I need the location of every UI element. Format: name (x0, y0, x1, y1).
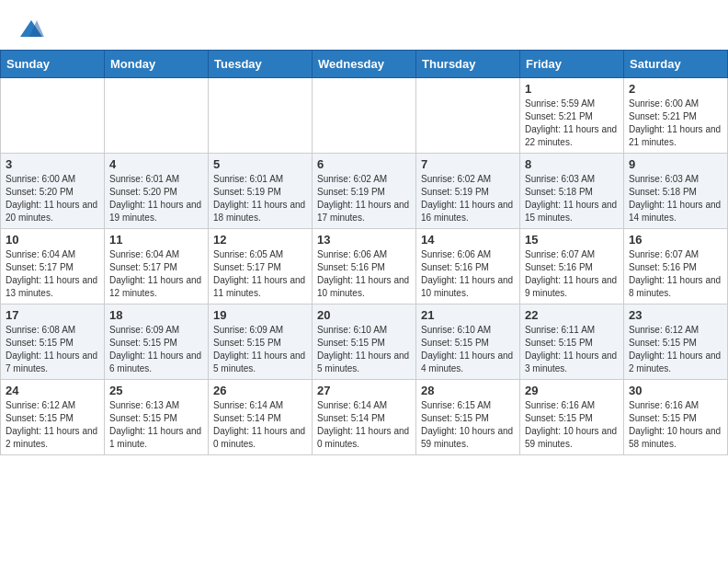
day-number: 2 (629, 82, 722, 96)
calendar-day-cell: 23Sunrise: 6:12 AMSunset: 5:15 PMDayligh… (624, 304, 728, 380)
calendar-week-row: 1Sunrise: 5:59 AMSunset: 5:21 PMDaylight… (1, 78, 728, 154)
day-number: 12 (213, 233, 307, 247)
calendar-week-row: 10Sunrise: 6:04 AMSunset: 5:17 PMDayligh… (1, 229, 728, 304)
day-number: 4 (109, 157, 203, 171)
calendar-day-cell: 20Sunrise: 6:10 AMSunset: 5:15 PMDayligh… (313, 304, 416, 380)
calendar-day-cell: 9Sunrise: 6:03 AMSunset: 5:18 PMDaylight… (624, 154, 728, 229)
calendar-week-row: 24Sunrise: 6:12 AMSunset: 5:15 PMDayligh… (1, 380, 728, 455)
calendar-day-cell: 21Sunrise: 6:10 AMSunset: 5:15 PMDayligh… (416, 304, 520, 380)
day-info: Sunrise: 6:02 AMSunset: 5:19 PMDaylight:… (317, 173, 411, 224)
calendar-day-cell: 8Sunrise: 6:03 AMSunset: 5:18 PMDaylight… (520, 154, 624, 229)
day-of-week-header: Thursday (416, 51, 520, 78)
calendar-day-cell: 4Sunrise: 6:01 AMSunset: 5:20 PMDaylight… (105, 154, 209, 229)
day-of-week-header: Friday (520, 51, 624, 78)
day-number: 27 (317, 384, 411, 397)
calendar-day-cell: 26Sunrise: 6:14 AMSunset: 5:14 PMDayligh… (209, 380, 313, 455)
calendar-day-cell: 5Sunrise: 6:01 AMSunset: 5:19 PMDaylight… (209, 154, 313, 229)
day-of-week-header: Tuesday (209, 51, 313, 78)
calendar-table: SundayMondayTuesdayWednesdayThursdayFrid… (0, 50, 728, 455)
calendar-day-cell: 13Sunrise: 6:06 AMSunset: 5:16 PMDayligh… (313, 229, 416, 304)
calendar-day-cell: 3Sunrise: 6:00 AMSunset: 5:20 PMDaylight… (1, 154, 105, 229)
logo-icon (18, 17, 44, 42)
day-number: 7 (421, 157, 515, 171)
day-of-week-header: Sunday (1, 51, 105, 78)
calendar-day-cell (209, 78, 313, 154)
day-number: 3 (6, 157, 99, 171)
day-info: Sunrise: 6:06 AMSunset: 5:16 PMDaylight:… (421, 248, 515, 300)
calendar-day-cell (1, 78, 105, 154)
logo (18, 17, 48, 42)
day-of-week-header: Monday (105, 51, 209, 78)
day-info: Sunrise: 6:01 AMSunset: 5:20 PMDaylight:… (109, 173, 203, 224)
day-number: 5 (213, 157, 307, 171)
day-info: Sunrise: 6:09 AMSunset: 5:15 PMDaylight:… (213, 324, 307, 375)
day-number: 15 (525, 233, 619, 247)
day-number: 8 (525, 157, 619, 171)
calendar-day-cell (105, 78, 209, 154)
day-of-week-header: Wednesday (313, 51, 416, 78)
calendar-day-cell: 10Sunrise: 6:04 AMSunset: 5:17 PMDayligh… (1, 229, 105, 304)
day-info: Sunrise: 6:11 AMSunset: 5:15 PMDaylight:… (525, 324, 619, 375)
day-info: Sunrise: 6:10 AMSunset: 5:15 PMDaylight:… (317, 324, 411, 375)
day-info: Sunrise: 6:03 AMSunset: 5:18 PMDaylight:… (629, 173, 722, 224)
calendar-day-cell: 19Sunrise: 6:09 AMSunset: 5:15 PMDayligh… (209, 304, 313, 380)
day-info: Sunrise: 6:07 AMSunset: 5:16 PMDaylight:… (525, 248, 619, 300)
day-number: 22 (525, 308, 619, 322)
calendar-day-cell: 24Sunrise: 6:12 AMSunset: 5:15 PMDayligh… (1, 380, 105, 455)
calendar-week-row: 3Sunrise: 6:00 AMSunset: 5:20 PMDaylight… (1, 154, 728, 229)
day-number: 16 (629, 233, 722, 247)
day-info: Sunrise: 6:00 AMSunset: 5:20 PMDaylight:… (6, 173, 99, 224)
page-header (0, 0, 728, 50)
day-info: Sunrise: 6:09 AMSunset: 5:15 PMDaylight:… (109, 324, 203, 375)
day-number: 9 (629, 157, 722, 171)
day-info: Sunrise: 6:00 AMSunset: 5:21 PMDaylight:… (629, 98, 722, 149)
day-info: Sunrise: 6:03 AMSunset: 5:18 PMDaylight:… (525, 173, 619, 224)
day-number: 20 (317, 308, 411, 322)
day-info: Sunrise: 6:14 AMSunset: 5:14 PMDaylight:… (213, 399, 307, 451)
day-number: 21 (421, 308, 515, 322)
day-number: 29 (525, 384, 619, 397)
calendar-day-cell: 25Sunrise: 6:13 AMSunset: 5:15 PMDayligh… (105, 380, 209, 455)
calendar-day-cell: 2Sunrise: 6:00 AMSunset: 5:21 PMDaylight… (624, 78, 728, 154)
day-info: Sunrise: 6:12 AMSunset: 5:15 PMDaylight:… (6, 399, 99, 451)
calendar-day-cell: 16Sunrise: 6:07 AMSunset: 5:16 PMDayligh… (624, 229, 728, 304)
day-info: Sunrise: 6:05 AMSunset: 5:17 PMDaylight:… (213, 248, 307, 300)
day-of-week-header: Saturday (624, 51, 728, 78)
calendar-day-cell (416, 78, 520, 154)
day-number: 23 (629, 308, 722, 322)
day-number: 11 (109, 233, 203, 247)
day-number: 24 (6, 384, 99, 397)
day-number: 30 (629, 384, 722, 397)
calendar-day-cell: 11Sunrise: 6:04 AMSunset: 5:17 PMDayligh… (105, 229, 209, 304)
calendar-day-cell: 27Sunrise: 6:14 AMSunset: 5:14 PMDayligh… (313, 380, 416, 455)
calendar-day-cell: 14Sunrise: 6:06 AMSunset: 5:16 PMDayligh… (416, 229, 520, 304)
day-number: 26 (213, 384, 307, 397)
calendar-day-cell: 18Sunrise: 6:09 AMSunset: 5:15 PMDayligh… (105, 304, 209, 380)
day-info: Sunrise: 6:08 AMSunset: 5:15 PMDaylight:… (6, 324, 99, 375)
day-info: Sunrise: 6:16 AMSunset: 5:15 PMDaylight:… (629, 399, 722, 451)
day-number: 18 (109, 308, 203, 322)
calendar-day-cell (313, 78, 416, 154)
day-number: 10 (6, 233, 99, 247)
calendar-day-cell: 15Sunrise: 6:07 AMSunset: 5:16 PMDayligh… (520, 229, 624, 304)
day-info: Sunrise: 6:15 AMSunset: 5:15 PMDaylight:… (421, 399, 515, 451)
calendar-day-cell: 7Sunrise: 6:02 AMSunset: 5:19 PMDaylight… (416, 154, 520, 229)
day-info: Sunrise: 6:01 AMSunset: 5:19 PMDaylight:… (213, 173, 307, 224)
calendar-day-cell: 28Sunrise: 6:15 AMSunset: 5:15 PMDayligh… (416, 380, 520, 455)
day-info: Sunrise: 6:04 AMSunset: 5:17 PMDaylight:… (109, 248, 203, 300)
day-number: 6 (317, 157, 411, 171)
day-info: Sunrise: 6:04 AMSunset: 5:17 PMDaylight:… (6, 248, 99, 300)
day-info: Sunrise: 6:07 AMSunset: 5:16 PMDaylight:… (629, 248, 722, 300)
calendar-day-cell: 6Sunrise: 6:02 AMSunset: 5:19 PMDaylight… (313, 154, 416, 229)
calendar-day-cell: 29Sunrise: 6:16 AMSunset: 5:15 PMDayligh… (520, 380, 624, 455)
day-number: 1 (525, 82, 619, 96)
day-number: 17 (6, 308, 99, 322)
day-number: 19 (213, 308, 307, 322)
day-info: Sunrise: 6:16 AMSunset: 5:15 PMDaylight:… (525, 399, 619, 451)
day-info: Sunrise: 5:59 AMSunset: 5:21 PMDaylight:… (525, 98, 619, 149)
calendar-header-row: SundayMondayTuesdayWednesdayThursdayFrid… (1, 51, 728, 78)
calendar-day-cell: 1Sunrise: 5:59 AMSunset: 5:21 PMDaylight… (520, 78, 624, 154)
day-info: Sunrise: 6:06 AMSunset: 5:16 PMDaylight:… (317, 248, 411, 300)
calendar-day-cell: 22Sunrise: 6:11 AMSunset: 5:15 PMDayligh… (520, 304, 624, 380)
day-info: Sunrise: 6:12 AMSunset: 5:15 PMDaylight:… (629, 324, 722, 375)
